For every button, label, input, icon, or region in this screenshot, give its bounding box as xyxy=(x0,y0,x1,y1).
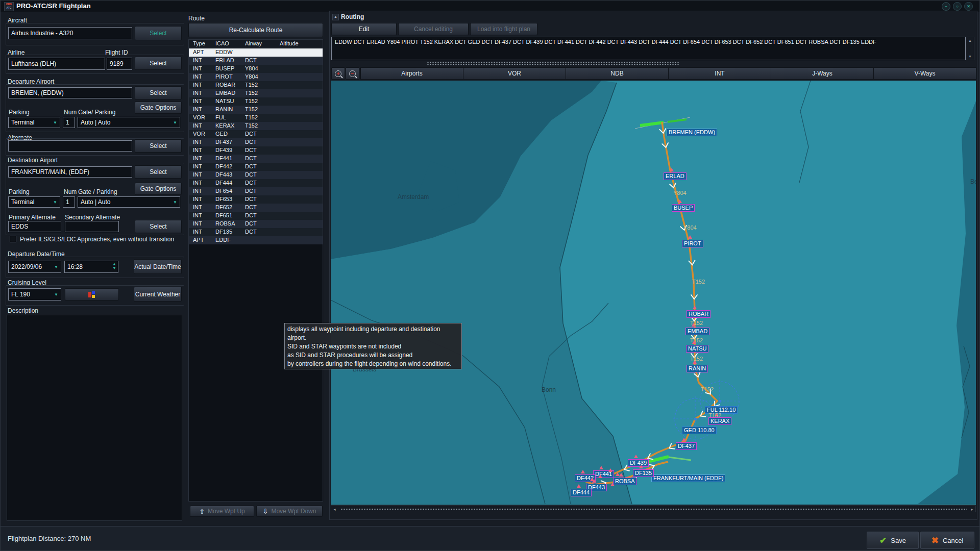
column-header[interactable]: Type xyxy=(193,40,205,46)
waypoint-label: EMBAD xyxy=(685,328,709,335)
table-row[interactable]: INTDF652DCT xyxy=(189,204,323,212)
recalculate-route-button[interactable]: Re-Calculate Route xyxy=(188,23,323,37)
table-row[interactable]: INTRANINT152 xyxy=(189,106,323,114)
scroll-down-icon[interactable]: ▼ xyxy=(966,55,974,58)
table-row[interactable]: INTEMBADT152 xyxy=(189,89,323,97)
move-wpt-up-button[interactable]: ⇧ Move Wpt Up xyxy=(190,506,254,517)
destination-select-button[interactable]: Select xyxy=(135,165,182,179)
spinner-down-icon[interactable]: ▼ xyxy=(112,266,116,270)
alternate-select-button[interactable]: Select xyxy=(135,139,182,153)
weather-chart-icon xyxy=(88,291,95,298)
column-header[interactable]: Airway xyxy=(245,40,262,46)
destination-gate-options-button[interactable]: Gate Options xyxy=(135,183,182,195)
map-tab-airports[interactable]: Airports xyxy=(360,68,463,79)
waypoint-label: DF135 xyxy=(633,469,654,477)
scroll-right-icon[interactable]: ► xyxy=(970,508,974,511)
table-row[interactable]: INTDF443DCT xyxy=(189,171,323,179)
map-tab-v-ways[interactable]: V-Ways xyxy=(873,68,976,79)
departure-date-select[interactable]: 2022/09/06 ▼ xyxy=(8,261,61,273)
scroll-up-icon[interactable]: ▲ xyxy=(966,39,974,42)
primary-alternate-input[interactable]: EDDS xyxy=(8,221,61,232)
table-row[interactable]: INTKERAXT152 xyxy=(189,122,323,130)
table-row[interactable]: VORFULT152 xyxy=(189,114,323,122)
destination-num-input[interactable]: 1 xyxy=(63,196,75,208)
save-button[interactable]: ✔ Save xyxy=(867,532,919,549)
splitter-handle[interactable] xyxy=(427,61,680,65)
table-row[interactable]: INTDF654DCT xyxy=(189,187,323,195)
flight-id-input[interactable]: 9189 xyxy=(107,58,132,70)
map-zoom-in-button[interactable]: + xyxy=(331,67,345,80)
map-canvas[interactable]: AmsterdamBrusselsBonnBeBREMEN (EDDW)FRAN… xyxy=(331,81,976,505)
cancel-editing-button[interactable]: Cancel editing xyxy=(398,23,469,35)
table-row[interactable]: INTDF653DCT xyxy=(189,195,323,204)
table-row[interactable]: INTDF437DCT xyxy=(189,138,323,146)
aircraft-select-button[interactable]: Select xyxy=(135,26,182,40)
ils-approach-label: Prefer ILS/GLS/LOC Approaches, even with… xyxy=(20,236,174,243)
chevron-down-icon: ▼ xyxy=(173,200,177,205)
cruising-level-select[interactable]: FL 190 ▼ xyxy=(8,288,61,300)
airline-select-button[interactable]: Select xyxy=(135,57,182,70)
load-into-flightplan-button[interactable]: Load into flight plan xyxy=(470,23,537,35)
table-row[interactable]: INTDF651DCT xyxy=(189,212,323,220)
table-row[interactable]: INTDF444DCT xyxy=(189,179,323,187)
table-row[interactable]: VORGEDDCT xyxy=(189,130,323,138)
destination-parking-select[interactable]: Terminal ▼ xyxy=(8,196,60,208)
map-tab-j-ways[interactable]: J-Ways xyxy=(771,68,873,79)
map-tab-vor[interactable]: VOR xyxy=(463,68,566,79)
table-row[interactable]: INTROBSADCT xyxy=(189,220,323,228)
map-zoom-out-button[interactable]: − xyxy=(346,67,359,80)
departure-gate-select[interactable]: Auto | Auto ▼ xyxy=(78,117,180,128)
minimize-button[interactable]: − xyxy=(942,2,950,11)
table-row[interactable]: INTROBART152 xyxy=(189,81,323,89)
departure-airport-input[interactable]: BREMEN, (EDDW) xyxy=(8,87,132,98)
waypoint-label: BUSEP xyxy=(672,204,695,212)
weather-chart-button[interactable] xyxy=(65,288,119,300)
collapse-icon[interactable]: ▲ xyxy=(332,14,339,20)
maximize-icon: ○ xyxy=(956,4,959,9)
table-row[interactable]: INTDF135DCT xyxy=(189,228,323,236)
current-weather-button[interactable]: Current Weather xyxy=(134,287,182,302)
scroll-left-icon[interactable]: ◄ xyxy=(333,508,336,511)
alternate-input[interactable] xyxy=(8,140,132,152)
map-tab-ndb[interactable]: NDB xyxy=(566,68,668,79)
departure-gate-options-button[interactable]: Gate Options xyxy=(135,102,182,114)
route-text-area[interactable]: EDDW DCT ERLAD Y804 PIROT T152 KERAX DCT… xyxy=(331,37,966,60)
departure-parking-select[interactable]: Terminal ▼ xyxy=(8,117,60,128)
close-button[interactable]: ✕ xyxy=(964,2,973,11)
table-row[interactable]: INTBUSEPY804 xyxy=(189,65,323,73)
route-text-scrollbar[interactable]: ▲ ▼ xyxy=(966,37,974,60)
destination-airport-input[interactable]: FRANKFURT/MAIN, (EDDF) xyxy=(8,166,132,178)
waypoint-label: ROBAR xyxy=(687,310,710,318)
waypoint-triangle-icon xyxy=(577,484,581,488)
description-textarea[interactable] xyxy=(7,315,182,521)
table-row[interactable]: APTEDDF xyxy=(189,236,323,244)
departure-time-spinner[interactable]: 16:28 ▲ ▼ xyxy=(64,261,118,273)
move-wpt-down-button[interactable]: ⇩ Move Wpt Down xyxy=(256,506,323,517)
table-row[interactable]: INTDF442DCT xyxy=(189,163,323,171)
table-row[interactable]: INTPIROTY804 xyxy=(189,73,323,81)
actual-datetime-button[interactable]: Actual Date/Time xyxy=(134,259,182,274)
maximize-button[interactable]: ○ xyxy=(953,2,962,11)
destination-gate-select[interactable]: Auto | Auto ▼ xyxy=(78,196,180,208)
departure-select-button[interactable]: Select xyxy=(135,86,182,99)
map-scroll-grip[interactable] xyxy=(340,508,967,511)
table-row[interactable]: INTERLADDCT xyxy=(189,57,323,65)
table-row[interactable]: INTNATSUT152 xyxy=(189,97,323,106)
cancel-button[interactable]: ✖ Cancel xyxy=(920,532,974,549)
table-row[interactable]: APTEDDW xyxy=(189,48,323,57)
map-h-scrollbar[interactable]: ◄ ► xyxy=(331,506,976,512)
column-header[interactable]: Altitude xyxy=(280,40,299,46)
airline-input[interactable]: Lufthansa (DLH) xyxy=(8,58,105,70)
table-row[interactable]: INTDF441DCT xyxy=(189,155,323,163)
aircraft-input[interactable]: Airbus Industrie - A320 xyxy=(8,27,132,39)
ils-approach-checkbox[interactable] xyxy=(10,236,16,242)
flightplan-distance: Flightplan Distance: 270 NM xyxy=(8,535,91,542)
map-tab-int[interactable]: INT xyxy=(668,68,771,79)
column-header[interactable]: ICAO xyxy=(215,40,229,46)
edit-button[interactable]: Edit xyxy=(331,23,397,35)
secondary-alternate-input[interactable] xyxy=(65,221,119,232)
alternates-select-button[interactable]: Select xyxy=(135,220,182,233)
departure-num-input[interactable]: 1 xyxy=(63,117,75,128)
minimize-icon: − xyxy=(945,4,947,9)
table-row[interactable]: INTDF439DCT xyxy=(189,146,323,155)
